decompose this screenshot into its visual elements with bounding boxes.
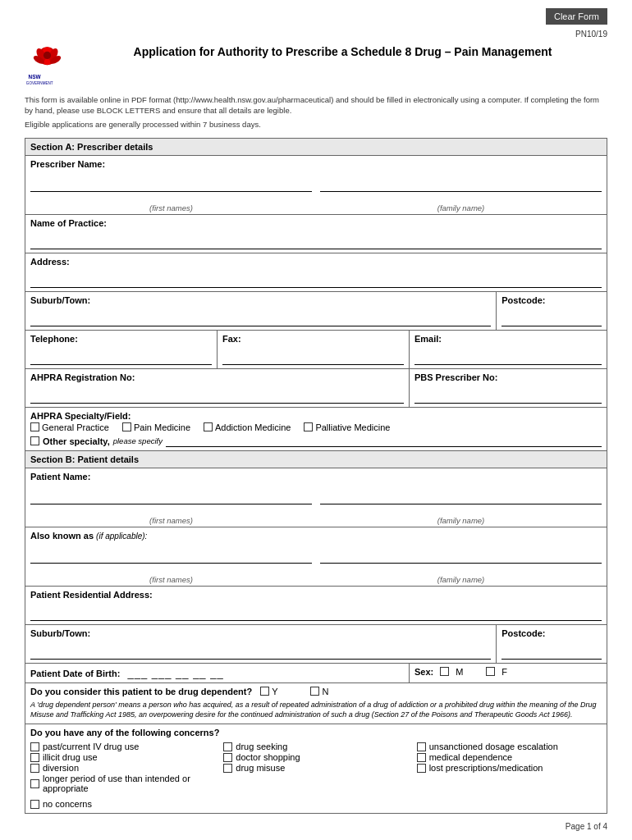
phone-fax-email-row: Telephone: Fax: Email: <box>25 330 607 368</box>
concern-doctor-shopping-checkbox[interactable] <box>223 753 232 762</box>
drug-dependent-note: A 'drug dependent person' means a person… <box>30 700 602 720</box>
section-b-header-row: Section B: Patient details <box>25 450 607 468</box>
practice-name-row: Name of Practice: <box>25 214 607 253</box>
concern-iv-drug: past/current IV drug use <box>30 742 215 751</box>
clear-form-button[interactable]: Clear Form <box>546 8 607 25</box>
section-a-header: Section A: Prescriber details <box>25 138 607 155</box>
drug-dependent-y-checkbox[interactable] <box>260 687 269 696</box>
main-form-table: Section A: Prescriber details Prescriber… <box>25 138 607 814</box>
form-title: Application for Authority to Prescribe a… <box>78 45 607 58</box>
dob-sex-row: Patient Date of Birth: ___ ___ __ __ __ … <box>25 663 607 682</box>
aka-first-name-hint: (first names) <box>30 575 312 584</box>
concerns-col3: unsanctioned dosage escalation medical d… <box>417 741 602 794</box>
patient-suburb-postcode-row: Suburb/Town: Postcode: <box>25 624 607 663</box>
ahpra-pbs-row: AHPRA Registration No: PBS Prescriber No… <box>25 368 607 407</box>
drug-dependent-label: Do you consider this patient to be drug … <box>30 687 252 696</box>
dob-label: Patient Date of Birth: <box>30 669 120 678</box>
ahpra-reg-label: AHPRA Registration No: <box>30 372 135 382</box>
patient-postcode-label: Postcode: <box>501 628 545 638</box>
concern-illicit: illicit drug use <box>30 752 215 762</box>
drug-dependent-row: Do you consider this patient to be drug … <box>25 682 607 724</box>
other-specialty-input[interactable] <box>166 436 602 447</box>
aka-family-name-hint: (family name) <box>320 575 602 584</box>
concern-illicit-label: illicit drug use <box>43 752 98 762</box>
postcode-label-a: Postcode: <box>501 295 545 305</box>
concern-dosage-escalation-checkbox[interactable] <box>417 742 426 751</box>
pain-medicine-checkbox[interactable] <box>122 422 131 431</box>
concern-dosage-escalation-label: unsanctioned dosage escalation <box>429 742 558 751</box>
patient-address-input[interactable] <box>30 608 602 621</box>
pbs-prescriber-label: PBS Prescriber No: <box>414 372 497 382</box>
palliative-medicine-label: Palliative Medicine <box>315 422 390 432</box>
addiction-medicine-label: Addiction Medicine <box>215 422 291 432</box>
general-practice-checkbox[interactable] <box>30 422 39 431</box>
pbs-prescriber-input[interactable] <box>414 390 602 404</box>
concern-no-concerns: no concerns <box>30 799 602 809</box>
form-header: NSW GOVERNMENT Application for Authority… <box>25 41 607 88</box>
patient-postcode-input[interactable] <box>501 646 602 660</box>
concern-doctor-shopping-label: doctor shopping <box>236 752 300 762</box>
concern-diversion-checkbox[interactable] <box>30 764 39 773</box>
patient-first-name-hint: (first names) <box>30 516 312 525</box>
concern-medical-dependence-checkbox[interactable] <box>417 753 426 762</box>
sex-f-label: F <box>501 667 507 677</box>
address-input[interactable] <box>30 275 602 288</box>
telephone-input[interactable] <box>30 352 212 365</box>
patient-first-name-input[interactable] <box>30 491 312 504</box>
prescriber-family-name-input[interactable] <box>320 179 602 192</box>
patient-address-label: Patient Residential Address: <box>30 590 153 600</box>
svg-text:NSW: NSW <box>29 74 42 80</box>
patient-suburb-input[interactable] <box>30 646 491 660</box>
suburb-postcode-row: Suburb/Town: Postcode: <box>25 291 607 330</box>
intro-text-2: Eligible applications are generally proc… <box>25 119 607 130</box>
other-specialty-checkbox[interactable] <box>30 436 39 445</box>
aka-first-name-input[interactable] <box>30 550 312 564</box>
ahpra-reg-input[interactable] <box>30 390 404 404</box>
concern-longer-period-checkbox[interactable] <box>30 779 39 788</box>
ahpra-specialty-label: AHPRA Specialty/Field: <box>30 411 131 421</box>
practice-name-input[interactable] <box>30 236 602 249</box>
pn-number: PN10/19 <box>575 30 607 39</box>
patient-family-name-hint: (family name) <box>320 516 602 525</box>
prescriber-family-name-hint: (family name) <box>320 203 602 212</box>
specialty-addiction-medicine: Addiction Medicine <box>204 422 291 432</box>
concern-no-concerns-label: no concerns <box>43 799 92 809</box>
drug-dependent-y-item: Y <box>260 687 277 696</box>
patient-family-name-input[interactable] <box>320 491 602 504</box>
practice-name-label: Name of Practice: <box>30 218 107 228</box>
also-known-as-hint: (if applicable): <box>96 532 147 541</box>
other-specialty-label: Other specialty, <box>43 436 110 446</box>
concern-drug-seeking-checkbox[interactable] <box>223 742 232 751</box>
concern-longer-period: longer period of use than intended or ap… <box>30 774 215 793</box>
dob-input[interactable]: ___ ___ __ __ __ <box>127 667 223 679</box>
sex-f-checkbox[interactable] <box>486 667 495 676</box>
prescriber-first-name-input[interactable] <box>30 179 312 192</box>
other-specialty-hint: please specify <box>113 436 163 445</box>
concern-drug-misuse-checkbox[interactable] <box>223 764 232 773</box>
concern-medical-dependence-label: medical dependence <box>429 752 513 762</box>
suburb-input[interactable] <box>30 313 491 326</box>
section-a-header-row: Section A: Prescriber details <box>25 138 607 155</box>
concerns-label: Do you have any of the following concern… <box>30 728 219 737</box>
postcode-input-a[interactable] <box>501 313 602 326</box>
drug-dependent-n-item: N <box>310 687 328 696</box>
concern-iv-drug-checkbox[interactable] <box>30 742 39 751</box>
concern-drug-seeking: drug seeking <box>223 742 408 751</box>
section-b-header: Section B: Patient details <box>25 450 607 468</box>
aka-family-name-input[interactable] <box>320 550 602 564</box>
sex-m-checkbox[interactable] <box>440 667 449 676</box>
fax-input[interactable] <box>222 352 404 365</box>
concern-lost-prescriptions-checkbox[interactable] <box>417 764 426 773</box>
also-known-as-row: Also known as (if applicable): (first na… <box>25 527 607 586</box>
addiction-medicine-checkbox[interactable] <box>204 422 213 431</box>
email-label: Email: <box>414 334 442 344</box>
fax-label: Fax: <box>222 334 241 344</box>
drug-dependent-n-checkbox[interactable] <box>310 687 319 696</box>
concern-no-concerns-checkbox[interactable] <box>30 800 39 809</box>
concern-doctor-shopping: doctor shopping <box>223 752 408 762</box>
email-input[interactable] <box>414 352 602 365</box>
palliative-medicine-checkbox[interactable] <box>304 422 313 431</box>
concern-longer-period-label: longer period of use than intended or ap… <box>43 774 215 793</box>
concern-illicit-checkbox[interactable] <box>30 753 39 762</box>
general-practice-label: General Practice <box>42 422 109 432</box>
